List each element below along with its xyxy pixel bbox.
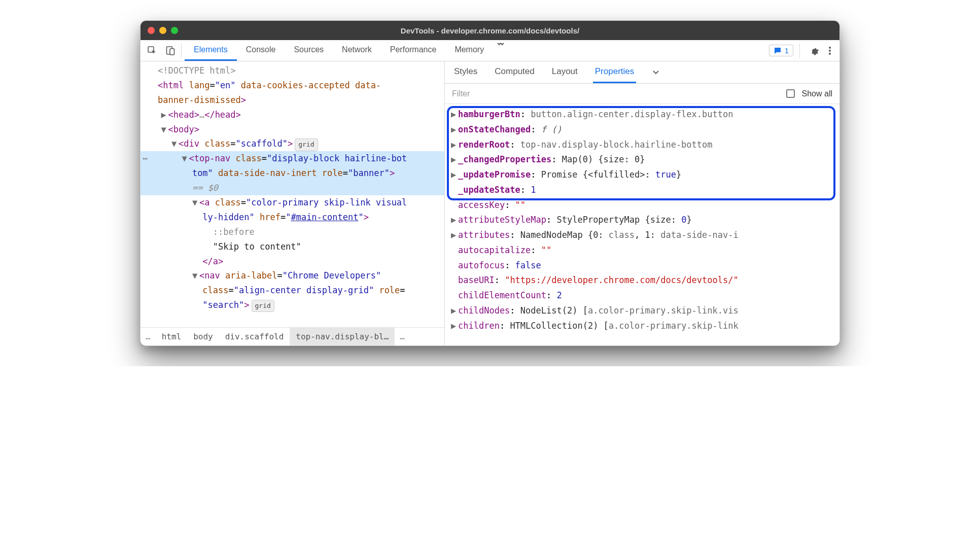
- expand-arrow-icon[interactable]: ▶: [451, 152, 458, 167]
- breadcrumb-overflow-left[interactable]: …: [141, 332, 156, 341]
- tab-elements[interactable]: Elements: [185, 40, 237, 61]
- issues-badge[interactable]: 1: [769, 45, 793, 56]
- dom-topnav-selected[interactable]: ⋯ ▼<top-nav class="display-block hairlin…: [141, 151, 444, 166]
- traffic-lights: [148, 27, 178, 34]
- property-row[interactable]: accessKey: "": [449, 198, 839, 213]
- property-row[interactable]: ▶renderRoot: top-nav.display-block.hairl…: [449, 137, 839, 153]
- property-row[interactable]: ▶_updatePromise: Promise {<fulfilled>: t…: [449, 167, 839, 183]
- dom-nav-3[interactable]: "search">grid: [141, 298, 444, 312]
- side-tab-styles[interactable]: Styles: [452, 61, 479, 83]
- property-value: false: [515, 260, 541, 270]
- dom-nav-2[interactable]: class="align-center display-grid" role=: [141, 283, 444, 298]
- tab-performance[interactable]: Performance: [381, 40, 446, 61]
- svg-point-4: [829, 50, 831, 52]
- settings-gear-icon[interactable]: [806, 46, 822, 56]
- svg-rect-2: [170, 49, 174, 55]
- expand-arrow-icon[interactable]: ▶: [451, 122, 458, 137]
- properties-filter-input[interactable]: [452, 89, 779, 98]
- property-row[interactable]: ▶attributeStyleMap: StylePropertyMap {si…: [449, 213, 839, 228]
- side-tabs-overflow-icon[interactable]: [651, 68, 660, 77]
- dom-a-open[interactable]: ▼<a class="color-primary skip-link visua…: [141, 195, 444, 210]
- property-row[interactable]: baseURI: "https://developer.chrome.com/d…: [449, 273, 839, 288]
- breadcrumb-overflow-right[interactable]: …: [395, 332, 410, 341]
- property-name: attributeStyleMap: [458, 215, 546, 225]
- more-options-icon[interactable]: [825, 46, 834, 56]
- side-tab-layout[interactable]: Layout: [550, 61, 580, 83]
- expand-arrow-icon[interactable]: ▶: [451, 107, 458, 122]
- zoom-button[interactable]: [171, 27, 178, 34]
- property-row[interactable]: ▶childNodes: NodeList(2) [a.color-primar…: [449, 303, 839, 319]
- dom-head[interactable]: ▶<head>…</head>: [141, 108, 444, 122]
- property-value: NodeList(2) [: [520, 305, 588, 316]
- breadcrumb-html[interactable]: html: [156, 328, 188, 345]
- property-value: HTMLCollection(2) [: [510, 321, 608, 331]
- main-toolbar: Elements Console Sources Network Perform…: [141, 40, 839, 61]
- dom-body[interactable]: ▼<body>: [141, 122, 444, 137]
- property-row[interactable]: ▶hamburgerBtn: button.align-center.displ…: [449, 107, 839, 122]
- property-value: , 1:: [635, 230, 660, 240]
- dom-div-scaffold[interactable]: ▼<div class="scaffold">grid: [141, 136, 444, 151]
- dom-nav-1[interactable]: ▼<nav aria-label="Chrome Developers": [141, 268, 444, 283]
- expand-arrow-icon[interactable]: ▶: [451, 137, 458, 153]
- device-toggle-icon[interactable]: [165, 45, 176, 56]
- expand-arrow-icon[interactable]: ▶: [451, 167, 458, 183]
- main-panel-tabs: Elements Console Sources Network Perform…: [185, 40, 508, 61]
- side-tab-computed[interactable]: Computed: [493, 61, 536, 83]
- window-title: DevTools - developer.chrome.com/docs/dev…: [141, 26, 839, 35]
- expand-arrow-icon[interactable]: ▶: [451, 319, 458, 334]
- tab-network[interactable]: Network: [333, 40, 381, 61]
- dom-html-open-2[interactable]: banner-dismissed>: [141, 93, 444, 108]
- properties-list[interactable]: ▶hamburgerBtn: button.align-center.displ…: [445, 104, 839, 345]
- sidebar-tabs: Styles Computed Layout Properties: [445, 61, 839, 84]
- inspect-element-icon[interactable]: [147, 45, 158, 56]
- dom-tree[interactable]: <!DOCTYPE html> <html lang="en" data-coo…: [141, 61, 444, 327]
- dom-doctype[interactable]: <!DOCTYPE html>: [141, 63, 444, 78]
- breadcrumb-scaffold[interactable]: div.scaffold: [219, 328, 290, 345]
- property-value: }: [676, 169, 681, 180]
- dom-before-pseudo[interactable]: ::before: [141, 225, 444, 239]
- property-value: NamedNodeMap {0:: [520, 230, 609, 240]
- window-titlebar: DevTools - developer.chrome.com/docs/dev…: [141, 21, 839, 40]
- property-row[interactable]: childElementCount: 2: [449, 288, 839, 303]
- side-tab-properties[interactable]: Properties: [593, 61, 636, 83]
- property-value: }: [686, 215, 691, 225]
- property-value: Map(0) {size: 0}: [562, 154, 645, 164]
- property-row[interactable]: autocapitalize: "": [449, 243, 839, 258]
- dom-html-open[interactable]: <html lang="en" data-cookies-accepted da…: [141, 78, 444, 93]
- property-value: Promise {<fulfilled>:: [541, 169, 655, 180]
- expand-arrow-icon[interactable]: ▶: [451, 228, 458, 243]
- property-value: "": [515, 200, 526, 210]
- property-row[interactable]: ▶children: HTMLCollection(2) [a.color-pr…: [449, 319, 839, 334]
- tab-console[interactable]: Console: [237, 40, 285, 61]
- minimize-button[interactable]: [159, 27, 166, 34]
- show-all-checkbox[interactable]: [786, 89, 795, 98]
- tab-sources[interactable]: Sources: [285, 40, 333, 61]
- property-name: renderRoot: [458, 140, 510, 150]
- expand-arrow-icon[interactable]: ▶: [451, 213, 458, 228]
- selected-indicator-icon: ⋯: [143, 152, 148, 165]
- property-row[interactable]: ▶onStateChanged: f (): [449, 122, 839, 137]
- property-name: childElementCount: [458, 290, 546, 300]
- tabs-overflow-icon[interactable]: [493, 40, 508, 61]
- property-name: childNodes: [458, 305, 510, 316]
- property-row[interactable]: _updateState: 1: [449, 183, 839, 198]
- property-row[interactable]: autofocus: false: [449, 258, 839, 273]
- property-row[interactable]: ▶_changedProperties: Map(0) {size: 0}: [449, 152, 839, 167]
- expand-arrow-icon[interactable]: ▶: [451, 303, 458, 319]
- dom-topnav-selected-2[interactable]: tom" data-side-nav-inert role="banner">: [141, 166, 444, 181]
- close-button[interactable]: [148, 27, 155, 34]
- property-name: baseURI: [458, 275, 495, 285]
- property-value: a.color-primary.skip-link: [609, 321, 739, 331]
- dom-a-open-2[interactable]: ly-hidden" href="#main-content">: [141, 210, 444, 225]
- property-name: autofocus: [458, 260, 505, 270]
- layout-badge-grid[interactable]: grid: [295, 138, 318, 151]
- tab-memory[interactable]: Memory: [445, 40, 493, 61]
- property-value: button.align-center.display-flex.button: [531, 109, 733, 119]
- layout-badge-grid-2[interactable]: grid: [252, 300, 274, 312]
- property-row[interactable]: ▶attributes: NamedNodeMap {0: class, 1: …: [449, 228, 839, 243]
- breadcrumb-topnav[interactable]: top-nav.display-bl…: [290, 328, 395, 345]
- property-name: _updateState: [458, 185, 520, 195]
- breadcrumb-body[interactable]: body: [187, 328, 219, 345]
- dom-skip-text[interactable]: "Skip to content": [141, 239, 444, 254]
- dom-a-close[interactable]: </a>: [141, 254, 444, 269]
